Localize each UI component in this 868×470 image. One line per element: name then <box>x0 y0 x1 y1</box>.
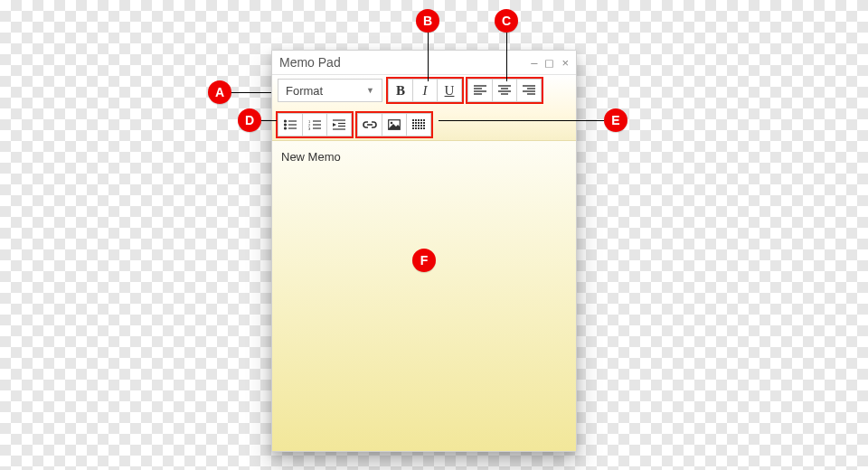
svg-rect-32 <box>412 119 414 121</box>
table-button[interactable] <box>406 113 431 136</box>
bold-button[interactable]: B <box>388 79 413 102</box>
svg-text:3: 3 <box>308 127 311 130</box>
memo-placeholder: New Memo <box>281 150 567 164</box>
image-icon <box>388 119 401 130</box>
link-button[interactable] <box>357 113 382 136</box>
svg-rect-46 <box>423 125 425 127</box>
callout-f-label: F <box>420 253 429 268</box>
svg-rect-50 <box>420 127 422 129</box>
toolbar: Format ▼ B I U <box>272 75 576 141</box>
close-button[interactable]: × <box>561 57 569 69</box>
svg-rect-43 <box>415 125 417 127</box>
align-left-icon <box>474 85 486 96</box>
align-center-button[interactable] <box>492 79 517 102</box>
callout-c: C <box>495 9 518 33</box>
image-button[interactable] <box>382 113 407 136</box>
chevron-down-icon: ▼ <box>366 86 374 95</box>
bulleted-list-button[interactable] <box>278 113 303 136</box>
italic-icon: I <box>423 83 428 99</box>
svg-rect-37 <box>412 122 414 124</box>
underline-icon: U <box>445 83 455 99</box>
group-lists: 123 <box>278 113 352 136</box>
svg-rect-49 <box>418 127 420 129</box>
maximize-button[interactable]: ◻ <box>544 57 554 69</box>
callout-d-label: D <box>245 113 254 127</box>
callout-f: F <box>412 249 436 272</box>
titlebar: Memo Pad – ◻ × <box>272 51 576 75</box>
callout-a: A <box>208 80 231 104</box>
diagram-stage: A B C D E F Memo Pad – ◻ × Format ▼ B I <box>0 0 868 470</box>
bulleted-list-icon <box>284 119 297 130</box>
group-text-style: B I U <box>388 79 462 102</box>
numbered-list-icon: 123 <box>308 119 321 130</box>
group-insert <box>357 113 431 136</box>
svg-rect-34 <box>418 119 420 121</box>
svg-rect-38 <box>415 122 417 124</box>
grid-icon <box>412 119 425 130</box>
svg-point-31 <box>391 122 393 125</box>
svg-point-14 <box>285 124 287 126</box>
lead-b <box>428 33 429 81</box>
underline-button[interactable]: U <box>437 79 462 102</box>
svg-rect-40 <box>420 122 422 124</box>
svg-rect-41 <box>423 122 425 124</box>
svg-rect-48 <box>415 127 417 129</box>
svg-rect-36 <box>423 119 425 121</box>
minimize-button[interactable]: – <box>531 57 537 69</box>
svg-rect-45 <box>420 125 422 127</box>
lead-c <box>506 33 507 81</box>
callout-e: E <box>604 108 627 132</box>
format-dropdown[interactable]: Format ▼ <box>278 79 382 102</box>
indent-icon <box>333 119 345 130</box>
callout-b: B <box>416 9 439 33</box>
align-right-button[interactable] <box>516 79 542 102</box>
group-format: Format ▼ <box>278 79 382 102</box>
window-controls: – ◻ × <box>531 57 569 69</box>
svg-rect-42 <box>412 125 414 127</box>
lead-e <box>439 120 604 121</box>
svg-marker-28 <box>333 123 336 127</box>
bold-icon: B <box>396 83 405 99</box>
indent-button[interactable] <box>326 113 352 136</box>
window-title: Memo Pad <box>279 55 341 70</box>
link-icon <box>363 119 377 130</box>
callout-d: D <box>238 108 261 132</box>
callout-b-label: B <box>423 14 432 28</box>
align-center-icon <box>498 85 511 96</box>
svg-point-16 <box>285 127 287 129</box>
format-dropdown-label: Format <box>286 84 323 98</box>
group-alignment <box>467 79 542 102</box>
svg-rect-47 <box>412 127 414 129</box>
svg-point-12 <box>285 120 287 122</box>
callout-c-label: C <box>502 14 511 28</box>
svg-rect-35 <box>420 119 422 121</box>
svg-rect-44 <box>418 125 420 127</box>
align-right-icon <box>523 85 535 96</box>
svg-rect-39 <box>418 122 420 124</box>
align-left-button[interactable] <box>467 79 493 102</box>
lead-a <box>231 92 271 93</box>
callout-e-label: E <box>611 113 619 127</box>
lead-d <box>261 120 277 121</box>
numbered-list-button[interactable]: 123 <box>302 113 327 136</box>
memo-body[interactable]: New Memo <box>272 141 576 451</box>
svg-rect-51 <box>423 127 425 129</box>
callout-a-label: A <box>215 85 224 99</box>
italic-button[interactable]: I <box>412 79 438 102</box>
svg-rect-33 <box>415 119 417 121</box>
